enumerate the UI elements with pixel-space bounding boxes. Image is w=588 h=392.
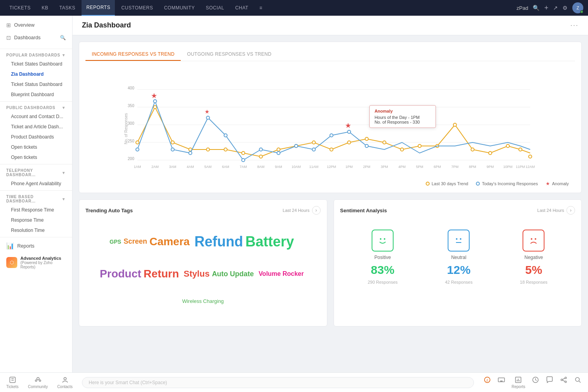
public-chevron[interactable]: ▼: [62, 106, 66, 110]
sidebar-ticket-status[interactable]: Ticket Status Dashboard: [0, 79, 72, 89]
popular-chevron[interactable]: ▼: [62, 53, 66, 57]
svg-point-54: [471, 148, 474, 151]
bottom-share-icon[interactable]: [560, 376, 568, 389]
search-icon[interactable]: 🔍: [533, 5, 539, 11]
public-section-label: PUBLIC DASHBOARDS: [6, 106, 55, 110]
external-icon[interactable]: ↗: [553, 5, 558, 11]
tab-outgoing[interactable]: OUTGOING RESPONSES VS TREND: [181, 48, 278, 61]
svg-text:350: 350: [128, 104, 134, 108]
sidebar-resolution-time[interactable]: Resolution Time: [0, 225, 72, 235]
svg-text:400: 400: [128, 86, 134, 90]
word-cloud: GPS Screen Camera Refund Battery Product…: [85, 218, 321, 320]
legend-dot-trend: [426, 182, 430, 186]
sidebar-ticket-states[interactable]: Ticket States Dashboard: [0, 59, 72, 69]
nav-brand[interactable]: zPad: [517, 5, 528, 11]
trending-tags-title: Trending Auto Tags: [85, 208, 133, 213]
settings-icon[interactable]: ⚙: [563, 5, 568, 11]
star-icon: ★: [546, 181, 550, 186]
svg-point-59: [136, 148, 139, 151]
svg-text:9PM: 9PM: [486, 165, 494, 169]
svg-point-50: [401, 148, 404, 151]
bottom-contacts[interactable]: Contacts: [57, 376, 73, 389]
svg-point-45: [312, 141, 316, 144]
nav-tickets[interactable]: TICKETS: [5, 0, 35, 16]
negative-resp: 18 Responses: [520, 280, 547, 284]
search-sidebar-icon[interactable]: 🔍: [60, 35, 66, 40]
time-chevron[interactable]: ▼: [62, 197, 66, 201]
svg-line-107: [563, 378, 565, 379]
svg-point-57: [519, 148, 522, 151]
bottom-reports-icon[interactable]: Reports: [512, 376, 525, 389]
sidebar-reports[interactable]: 📊 Reports: [0, 239, 72, 253]
chart-tooltip: Anomaly Hours of the Day - 1PM No. of Re…: [369, 105, 436, 128]
svg-point-82: [535, 238, 536, 240]
legend-incoming: Today's Incoming Responses: [476, 181, 538, 186]
sidebar-first-response[interactable]: First Response Time: [0, 205, 72, 215]
svg-text:12AM: 12AM: [526, 165, 535, 169]
svg-text:1AM: 1AM: [134, 165, 141, 169]
svg-point-58: [529, 155, 532, 158]
bottom-keyboard-icon[interactable]: [497, 376, 505, 389]
top-nav: TICKETS KB TASKS REPORTS CUSTOMERS COMMU…: [0, 0, 588, 16]
sidebar-open-tickets-1[interactable]: Open tickets: [0, 142, 72, 152]
sidebar-blueprint[interactable]: Blueprint Dashboard: [0, 89, 72, 100]
main-content: Zia Dashboard ··· INCOMING RESPONSES VS …: [73, 16, 588, 372]
smart-chat-input[interactable]: Here is your Smart Chat (Ctrl+Space): [82, 377, 474, 388]
nav-reports[interactable]: REPORTS: [82, 0, 115, 16]
sidebar-advanced-analytics[interactable]: ⬡ Advanced Analytics (Powered by Zoho Re…: [0, 253, 72, 272]
chart-card: INCOMING RESPONSES VS TREND OUTGOING RES…: [79, 42, 582, 193]
sidebar-overview[interactable]: ⊞ Overview: [0, 19, 72, 31]
sidebar-open-tickets-2[interactable]: Open tickets: [0, 152, 72, 162]
svg-text:4AM: 4AM: [187, 165, 194, 169]
smart-chat-placeholder: Here is your Smart Chat (Ctrl+Space): [89, 380, 167, 385]
svg-point-76: [380, 238, 381, 240]
sentiment-btn[interactable]: ›: [566, 206, 575, 215]
tab-incoming[interactable]: INCOMING RESPONSES VS TREND: [85, 48, 181, 61]
sidebar-zia-dashboard[interactable]: Zia Dashboard: [0, 69, 72, 79]
sidebar-phone-agent[interactable]: Phone Agent Availability: [0, 179, 72, 189]
chart-svg-wrapper: 200 250 300 350 400 No. of Responses 1AM: [85, 66, 575, 177]
bottom-clock-icon[interactable]: [532, 376, 539, 389]
bottom-tickets[interactable]: Tickets: [6, 376, 18, 389]
bottom-community[interactable]: Community: [28, 376, 48, 389]
nav-community[interactable]: COMMUNITY: [159, 0, 200, 16]
svg-point-41: [242, 151, 245, 155]
more-options[interactable]: ···: [570, 21, 579, 29]
svg-point-48: [365, 137, 368, 140]
sidebar-response-time[interactable]: Response Time: [0, 215, 72, 225]
sidebar-ticket-article[interactable]: Ticket and Article Dash...: [0, 122, 72, 132]
svg-text:10AM: 10AM: [292, 165, 301, 169]
bottom-zia-icon[interactable]: Z: [483, 376, 491, 389]
svg-text:★: ★: [151, 92, 157, 100]
nav-kb[interactable]: KB: [37, 0, 53, 16]
telephony-chevron[interactable]: ▼: [62, 171, 66, 175]
svg-point-35: [136, 141, 139, 144]
svg-text:6AM: 6AM: [222, 165, 229, 169]
legend-incoming-label: Today's Incoming Responses: [482, 181, 538, 186]
trending-tags-btn[interactable]: ›: [312, 206, 321, 215]
reports-label: Reports: [17, 243, 34, 249]
bottom-search-icon[interactable]: [574, 376, 582, 389]
sidebar-account-contact[interactable]: Account and Contact D...: [0, 111, 72, 122]
svg-text:5PM: 5PM: [416, 165, 423, 169]
word-screen: Screen: [123, 237, 147, 246]
sentiment-negative: Negative 5% 18 Responses: [520, 230, 547, 284]
svg-line-108: [563, 380, 565, 381]
svg-point-78: [456, 238, 457, 240]
chart-svg: 200 250 300 350 400 No. of Responses 1AM: [85, 66, 575, 176]
avatar[interactable]: Z: [572, 2, 583, 13]
bottom-chat-icon[interactable]: [546, 376, 554, 389]
nav-tasks[interactable]: TASKS: [54, 0, 80, 16]
sidebar-product-dashboards[interactable]: Product Dashboards: [0, 132, 72, 142]
svg-point-46: [330, 148, 333, 151]
nav-chat[interactable]: CHAT: [230, 0, 253, 16]
nav-social[interactable]: SOCIAL: [201, 0, 229, 16]
sidebar-dashboards[interactable]: ⊡ Dashboards 🔍: [0, 31, 72, 44]
add-icon[interactable]: +: [544, 4, 548, 12]
svg-point-39: [207, 148, 210, 151]
bottom-bar: Tickets Community Contacts Here is your …: [0, 372, 588, 392]
nav-customers[interactable]: CUSTOMERS: [116, 0, 158, 16]
svg-text:★: ★: [204, 108, 210, 115]
page-title: Zia Dashboard: [82, 21, 131, 29]
nav-more[interactable]: ≡: [255, 0, 267, 16]
